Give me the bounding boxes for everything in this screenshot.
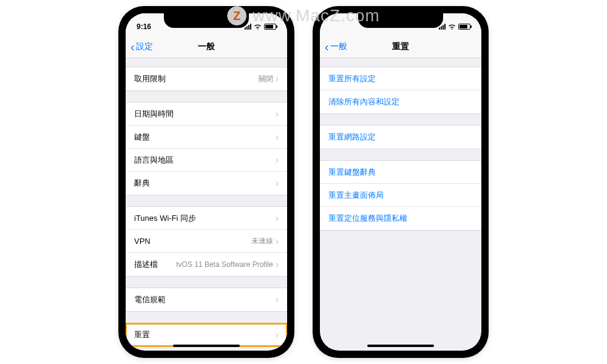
row-label: 鍵盤 <box>134 132 276 143</box>
row-label: 重置鍵盤辭典 <box>328 167 473 178</box>
row-label: VPN <box>134 237 251 246</box>
screen-left: 9:16 ‹ 設定 一般 取用限制關閉›日期與時間›鍵盤›語言與地區›辭典›iT… <box>126 13 287 351</box>
nav-back-button[interactable]: ‹ 設定 <box>131 41 153 53</box>
settings-row[interactable]: 重置› <box>126 323 287 346</box>
chevron-right-icon: › <box>276 329 279 340</box>
chevron-left-icon: ‹ <box>325 41 329 53</box>
settings-group: 取用限制關閉› <box>126 67 287 91</box>
chevron-right-icon: › <box>276 236 279 247</box>
settings-row[interactable]: 清除所有內容和設定 <box>320 90 481 113</box>
nav-title: 一般 <box>198 41 215 52</box>
nav-title: 重置 <box>392 41 409 52</box>
row-value: 關閉 <box>259 74 273 84</box>
home-indicator-icon[interactable] <box>173 345 240 347</box>
nav-bar: ‹ 一般 重置 <box>320 35 481 58</box>
reset-content[interactable]: 重置所有設定清除所有內容和設定重置網路設定重置鍵盤辭典重置主畫面佈局重置定位服務… <box>320 58 481 351</box>
settings-row[interactable]: 重置網路設定 <box>320 126 481 149</box>
phone-left: 9:16 ‹ 設定 一般 取用限制關閉›日期與時間›鍵盤›語言與地區›辭典›iT… <box>118 6 294 358</box>
row-label: iTunes Wi-Fi 同步 <box>134 213 276 224</box>
settings-row[interactable]: 電信規範› <box>126 288 287 311</box>
settings-group: 重置› <box>126 323 287 347</box>
chevron-right-icon: › <box>276 132 279 143</box>
chevron-right-icon: › <box>276 213 279 224</box>
watermark-text: www.MacZ.com <box>253 6 380 25</box>
chevron-right-icon: › <box>276 109 279 120</box>
row-label: 重置定位服務與隱私權 <box>328 213 473 224</box>
nav-back-label: 一般 <box>330 41 347 52</box>
chevron-right-icon: › <box>276 259 279 270</box>
settings-row[interactable]: iTunes Wi-Fi 同步› <box>126 207 287 230</box>
row-label: 電信規範 <box>134 294 276 305</box>
settings-group: 重置鍵盤辭典重置主畫面佈局重置定位服務與隱私權 <box>320 160 481 231</box>
nav-back-button[interactable]: ‹ 一般 <box>325 41 347 53</box>
status-time: 9:16 <box>137 22 151 31</box>
settings-group: 重置網路設定 <box>320 125 481 149</box>
row-label: 清除所有內容和設定 <box>328 96 473 107</box>
settings-row[interactable]: 重置定位服務與隱私權 <box>320 207 481 230</box>
row-label: 取用限制 <box>134 73 259 84</box>
settings-row[interactable]: 日期與時間› <box>126 103 287 126</box>
row-value: tvOS 11 Beta Software Profile <box>176 260 273 269</box>
screen-right: ‹ 一般 重置 重置所有設定清除所有內容和設定重置網路設定重置鍵盤辭典重置主畫面… <box>320 13 481 351</box>
settings-content[interactable]: 取用限制關閉›日期與時間›鍵盤›語言與地區›辭典›iTunes Wi-Fi 同步… <box>126 58 287 351</box>
chevron-right-icon: › <box>276 178 279 189</box>
settings-row[interactable]: 重置鍵盤辭典 <box>320 161 481 184</box>
settings-row[interactable]: 描述檔tvOS 11 Beta Software Profile› <box>126 253 287 276</box>
row-label: 日期與時間 <box>134 109 276 120</box>
chevron-right-icon: › <box>276 73 279 84</box>
settings-group: iTunes Wi-Fi 同步›VPN未連線›描述檔tvOS 11 Beta S… <box>126 206 287 277</box>
chevron-right-icon: › <box>276 155 279 166</box>
row-label: 描述檔 <box>134 259 176 270</box>
watermark: Z www.MacZ.com <box>227 6 380 25</box>
row-label: 語言與地區 <box>134 155 276 166</box>
home-indicator-icon[interactable] <box>367 345 434 347</box>
row-label: 重置 <box>134 329 276 340</box>
settings-row[interactable]: VPN未連線› <box>126 230 287 253</box>
row-label: 重置所有設定 <box>328 73 473 84</box>
phone-right: ‹ 一般 重置 重置所有設定清除所有內容和設定重置網路設定重置鍵盤辭典重置主畫面… <box>313 6 489 358</box>
watermark-badge-icon: Z <box>227 6 246 25</box>
nav-bar: ‹ 設定 一般 <box>126 35 287 58</box>
settings-group: 電信規範› <box>126 288 287 312</box>
row-label: 重置網路設定 <box>328 132 473 143</box>
row-value: 未連線 <box>251 236 273 246</box>
settings-group: 日期與時間›鍵盤›語言與地區›辭典› <box>126 102 287 195</box>
nav-back-label: 設定 <box>136 41 153 52</box>
status-right <box>439 24 470 30</box>
chevron-right-icon: › <box>276 294 279 305</box>
settings-row[interactable]: 取用限制關閉› <box>126 67 287 90</box>
battery-icon <box>458 24 470 30</box>
settings-row[interactable]: 語言與地區› <box>126 149 287 172</box>
row-label: 辭典 <box>134 178 276 189</box>
settings-row[interactable]: 重置所有設定 <box>320 67 481 90</box>
wifi-icon <box>448 24 456 30</box>
row-label: 重置主畫面佈局 <box>328 190 473 201</box>
settings-row[interactable]: 鍵盤› <box>126 126 287 149</box>
settings-row[interactable]: 重置主畫面佈局 <box>320 184 481 207</box>
settings-group: 重置所有設定清除所有內容和設定 <box>320 67 481 114</box>
chevron-left-icon: ‹ <box>131 41 135 53</box>
settings-row[interactable]: 辭典› <box>126 172 287 195</box>
